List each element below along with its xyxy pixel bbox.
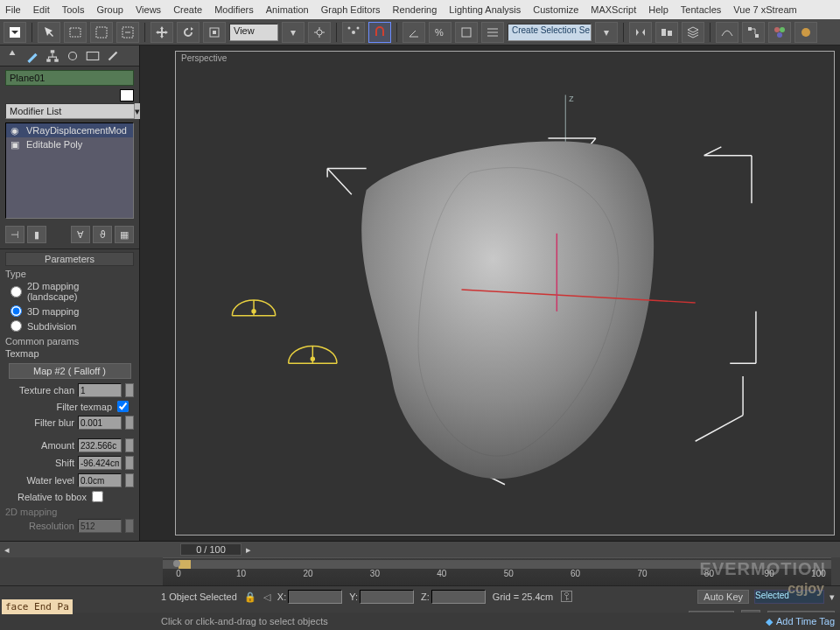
spinner-arrows-icon[interactable]	[125, 383, 134, 397]
scale-tool-icon[interactable]	[203, 22, 226, 43]
create-tab-icon[interactable]	[4, 48, 20, 64]
schematic-icon[interactable]	[742, 22, 765, 43]
manipulate-icon[interactable]	[342, 22, 365, 43]
selset-arrow-icon[interactable]: ▾	[595, 22, 618, 43]
menu-tentacles[interactable]: Tentacles	[681, 4, 721, 15]
app-dropdown[interactable]	[4, 22, 26, 43]
z-coord-field[interactable]	[431, 590, 486, 604]
modify-tab-icon[interactable]	[24, 48, 40, 64]
menu-bar: File Edit Tools Group Views Create Modif…	[0, 0, 840, 19]
align-icon[interactable]	[655, 22, 678, 43]
common-params-label: Common params	[5, 336, 134, 346]
timeline-next-icon[interactable]: ▸	[242, 544, 256, 556]
texmap-button[interactable]: Map #2 ( Falloff )	[9, 363, 131, 379]
lightbulb-icon[interactable]: ◉	[9, 125, 21, 136]
texture-chan-spinner[interactable]	[78, 383, 122, 397]
type-2d-radio[interactable]: 2D mapping (landscape)	[5, 279, 134, 304]
shift-spinner[interactable]	[78, 456, 122, 470]
configure-sets-icon[interactable]: ▦	[115, 226, 134, 243]
type-3d-radio[interactable]: 3D mapping	[5, 304, 134, 318]
select-region-icon[interactable]	[90, 22, 113, 43]
svg-rect-19	[51, 50, 55, 52]
window-crossing-icon[interactable]	[116, 22, 139, 43]
menu-lighting-analysis[interactable]: Lighting Analysis	[449, 4, 521, 15]
menu-animation[interactable]: Animation	[266, 4, 309, 15]
lock-icon[interactable]: 🔒	[244, 592, 256, 603]
timeline-prev-icon[interactable]: ◂	[0, 544, 14, 556]
mirror-icon[interactable]	[629, 22, 652, 43]
menu-vue[interactable]: Vue 7 xStream	[733, 4, 796, 15]
select-tool-icon[interactable]	[38, 22, 60, 43]
material-editor-icon[interactable]	[768, 22, 791, 43]
make-unique-icon[interactable]: ∀	[71, 226, 90, 243]
spinner-arrows-icon[interactable]	[125, 456, 134, 470]
amount-spinner[interactable]	[78, 438, 122, 452]
edit-named-sel-icon[interactable]	[481, 22, 504, 43]
snap-toggle-icon[interactable]	[368, 22, 391, 43]
angle-snap-icon[interactable]	[402, 22, 425, 43]
svg-rect-0	[70, 28, 80, 37]
key-icon[interactable]	[172, 558, 182, 569]
menu-maxscript[interactable]: MAXScript	[591, 4, 636, 15]
selection-set-dropdown[interactable]: Create Selection Se	[508, 24, 592, 41]
spinner-arrows-icon[interactable]	[125, 473, 134, 487]
display-tab-icon[interactable]	[85, 48, 101, 64]
move-tool-icon[interactable]	[150, 22, 173, 43]
motion-tab-icon[interactable]	[65, 48, 80, 64]
menu-graph-editors[interactable]: Graph Editors	[321, 4, 381, 15]
menu-tools[interactable]: Tools	[62, 4, 85, 15]
pin-stack-icon[interactable]: ⊣	[5, 226, 24, 243]
viewport[interactable]: Perspective z	[140, 46, 840, 541]
menu-file[interactable]: File	[5, 4, 21, 15]
expand-icon[interactable]: ▣	[9, 139, 21, 150]
stack-item-editable-poly[interactable]: ▣Editable Poly	[6, 137, 133, 151]
select-name-icon[interactable]	[64, 22, 87, 43]
stack-item-vray-displacement[interactable]: ◉VRayDisplacementMod	[6, 123, 133, 137]
resolution-spinner	[78, 519, 122, 533]
layers-icon[interactable]	[682, 22, 704, 43]
object-color-swatch[interactable]	[120, 89, 134, 102]
remove-modifier-icon[interactable]: ϑ	[93, 226, 112, 243]
prompt-bar: Click or click-and-drag to select object…	[0, 612, 840, 630]
add-time-tag-button[interactable]: ◆Add Time Tag	[766, 616, 835, 627]
modifier-list-dropdown[interactable]	[5, 103, 135, 119]
transform-type-in-icon[interactable]: ◁	[263, 592, 270, 603]
menu-edit[interactable]: Edit	[33, 4, 50, 15]
key-mode-icon[interactable]: ⚿	[560, 589, 574, 605]
object-name-field[interactable]	[5, 70, 134, 86]
selmode-arrow-icon[interactable]: ▾	[830, 592, 835, 603]
svg-point-18	[802, 28, 810, 37]
svg-rect-21	[54, 59, 59, 61]
spinner-arrows-icon[interactable]	[125, 416, 134, 430]
percent-snap-icon[interactable]: %	[429, 22, 452, 43]
reference-coord-dropdown[interactable]: View	[229, 24, 278, 41]
menu-create[interactable]: Create	[173, 4, 202, 15]
x-coord-field[interactable]	[288, 590, 342, 604]
render-setup-icon[interactable]	[794, 22, 817, 43]
filter-texmap-checkbox[interactable]	[117, 401, 129, 412]
show-end-result-icon[interactable]: ▮	[27, 226, 46, 243]
type-subdivision-radio[interactable]: Subdivision	[5, 318, 134, 333]
frame-display: 0 / 100	[180, 543, 242, 556]
spinner-snap-icon[interactable]	[455, 22, 478, 43]
curve-editor-icon[interactable]	[716, 22, 738, 43]
modifier-stack[interactable]: ◉VRayDisplacementMod ▣Editable Poly	[5, 122, 134, 219]
pivot-center-icon[interactable]	[308, 22, 331, 43]
menu-rendering[interactable]: Rendering	[393, 4, 438, 15]
menu-help[interactable]: Help	[648, 4, 668, 15]
y-coord-field[interactable]	[360, 590, 414, 604]
menu-views[interactable]: Views	[136, 4, 161, 15]
water-level-spinner[interactable]	[78, 473, 122, 487]
menu-customize[interactable]: Customize	[533, 4, 578, 15]
hierarchy-tab-icon[interactable]	[45, 48, 60, 64]
menu-modifiers[interactable]: Modifiers	[214, 4, 254, 15]
relative-bbox-checkbox[interactable]	[92, 491, 103, 502]
rotate-tool-icon[interactable]	[177, 22, 200, 43]
spinner-arrows-icon[interactable]	[125, 438, 134, 452]
utilities-tab-icon[interactable]	[105, 48, 121, 64]
filter-blur-spinner[interactable]	[78, 416, 122, 430]
menu-group[interactable]: Group	[96, 4, 123, 15]
parameters-rollout-header[interactable]: Parameters	[5, 252, 134, 266]
autokey-button[interactable]: Auto Key	[697, 590, 749, 604]
coord-dropdown-icon[interactable]: ▾	[282, 22, 304, 43]
